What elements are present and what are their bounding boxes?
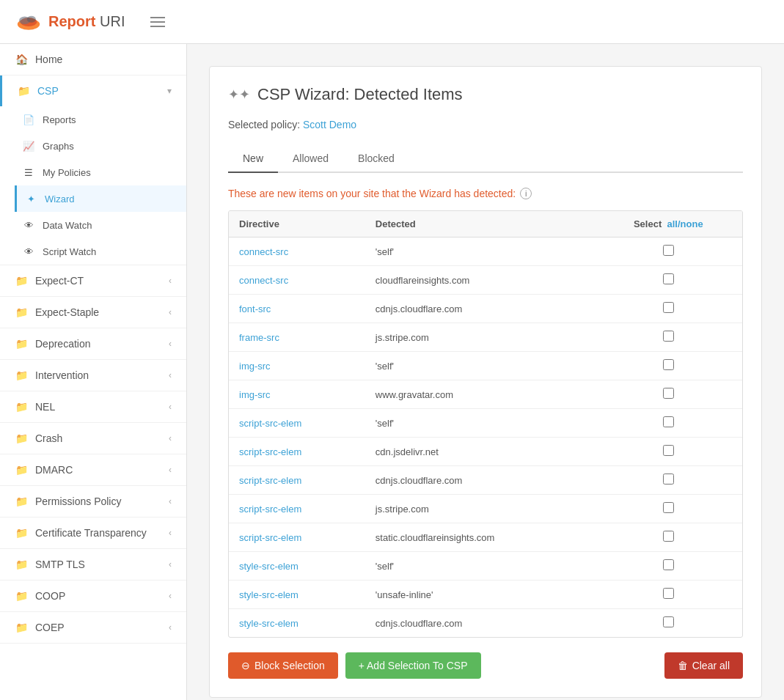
sidebar-item-permissions-policy[interactable]: 📁 Permissions Policy ‹ — [0, 486, 186, 517]
detected-cell: 'unsafe-inline' — [365, 581, 595, 609]
logo-text: Report URI — [48, 13, 125, 30]
sidebar-section-dmarc: 📁 DMARC ‹ — [0, 454, 186, 486]
directive-cell: script-src-elem — [229, 523, 365, 552]
sidebar-item-smtp-tls[interactable]: 📁 SMTP TLS ‹ — [0, 549, 186, 580]
select-cell — [595, 352, 742, 380]
select-all-link[interactable]: all — [667, 218, 678, 229]
sidebar-item-csp[interactable]: 📁 CSP ▾ — [0, 75, 186, 106]
row-checkbox-6[interactable] — [663, 416, 674, 427]
tabs-container: New Allowed Blocked — [228, 145, 743, 173]
folder-icon-intervention: 📁 — [15, 369, 28, 382]
sidebar-item-deprecation[interactable]: 📁 Deprecation ‹ — [0, 328, 186, 359]
sidebar-item-nel[interactable]: 📁 NEL ‹ — [0, 391, 186, 422]
directive-cell: style-src-elem — [229, 552, 365, 581]
policy-link[interactable]: Scott Demo — [303, 119, 356, 130]
chevron-right-icon-10: ‹ — [169, 559, 172, 570]
wizard-icon: ✦✦ — [228, 86, 250, 103]
row-checkbox-12[interactable] — [663, 588, 674, 599]
trash-icon: 🗑 — [678, 660, 688, 671]
sidebar-item-expect-staple[interactable]: 📁 Expect-Staple ‹ — [0, 297, 186, 328]
sidebar-item-home[interactable]: 🏠 Home — [0, 44, 186, 75]
row-checkbox-13[interactable] — [663, 616, 674, 627]
sidebar-item-reports[interactable]: 📄 Reports — [15, 106, 186, 133]
detected-cell: js.stripe.com — [365, 323, 595, 352]
select-cell — [595, 609, 742, 638]
tab-allowed[interactable]: Allowed — [278, 145, 343, 173]
row-checkbox-3[interactable] — [663, 331, 674, 342]
row-checkbox-11[interactable] — [663, 559, 674, 570]
tab-new[interactable]: New — [228, 145, 278, 173]
row-checkbox-7[interactable] — [663, 445, 674, 456]
sidebar-section-certificate-transparency: 📁 Certificate Transparency ‹ — [0, 517, 186, 549]
info-icon[interactable]: i — [520, 188, 532, 199]
sidebar-section-deprecation: 📁 Deprecation ‹ — [0, 328, 186, 360]
sidebar-item-script-watch[interactable]: 👁 Script Watch — [15, 238, 186, 265]
chevron-right-icon-11: ‹ — [169, 591, 172, 601]
sidebar-section-expect-ct: 📁 Expect-CT ‹ — [0, 265, 186, 297]
select-cell — [595, 295, 742, 323]
row-checkbox-2[interactable] — [663, 302, 674, 313]
table-row: script-src-elem cdnjs.cloudflare.com — [229, 466, 742, 495]
sidebar-item-graphs[interactable]: 📈 Graphs — [15, 133, 186, 159]
sidebar-item-my-policies[interactable]: ☰ My Policies — [15, 159, 186, 185]
chevron-right-icon-5: ‹ — [169, 402, 172, 412]
row-checkbox-4[interactable] — [663, 359, 674, 370]
eye-icon-scriptwatch: 👁 — [22, 245, 35, 258]
topbar: Report URI — [0, 0, 784, 44]
add-selection-button[interactable]: + Add Selection To CSP — [345, 652, 481, 679]
row-checkbox-8[interactable] — [663, 474, 674, 485]
select-cell — [595, 266, 742, 295]
sidebar-item-wizard[interactable]: ✦ Wizard — [15, 185, 186, 212]
chevron-right-icon-6: ‹ — [169, 433, 172, 443]
sidebar-item-dmarc[interactable]: 📁 DMARC ‹ — [0, 454, 186, 485]
tab-blocked[interactable]: Blocked — [343, 145, 409, 173]
sidebar-item-coop[interactable]: 📁 COOP ‹ — [0, 581, 186, 611]
sidebar-section-smtp-tls: 📁 SMTP TLS ‹ — [0, 549, 186, 581]
hamburger-menu[interactable] — [147, 13, 169, 31]
select-none-link[interactable]: none — [681, 218, 703, 229]
sidebar-item-expect-ct[interactable]: 📁 Expect-CT ‹ — [0, 265, 186, 296]
select-cell — [595, 438, 742, 466]
table-row: style-src-elem 'self' — [229, 552, 742, 581]
chevron-right-icon-8: ‹ — [169, 496, 172, 506]
folder-icon-nel: 📁 — [15, 400, 28, 413]
directive-cell: font-src — [229, 295, 365, 323]
sidebar-item-coep[interactable]: 📁 COEP ‹ — [0, 612, 186, 643]
list-icon: ☰ — [22, 166, 35, 179]
sidebar-item-data-watch[interactable]: 👁 Data Watch — [15, 212, 186, 238]
directive-cell: img-src — [229, 380, 365, 409]
table-row: font-src cdnjs.cloudflare.com — [229, 295, 742, 323]
detected-cell: www.gravatar.com — [365, 380, 595, 409]
row-checkbox-1[interactable] — [663, 273, 674, 284]
select-cell — [595, 380, 742, 409]
page-title-area: ✦✦ CSP Wizard: Detected Items — [228, 85, 743, 104]
sidebar-item-crash[interactable]: 📁 Crash ‹ — [0, 423, 186, 454]
directive-cell: frame-src — [229, 323, 365, 352]
detected-cell: cdnjs.cloudflare.com — [365, 466, 595, 495]
select-links: all/none — [664, 218, 703, 229]
detected-cell: js.stripe.com — [365, 495, 595, 523]
folder-icon-deprecation: 📁 — [15, 337, 28, 350]
table-row: script-src-elem static.cloudflareinsight… — [229, 523, 742, 552]
clear-all-button[interactable]: 🗑 Clear all — [664, 652, 743, 679]
chevron-down-icon: ▾ — [167, 86, 172, 96]
sidebar-item-certificate-transparency[interactable]: 📁 Certificate Transparency ‹ — [0, 517, 186, 548]
select-cell — [595, 552, 742, 581]
row-checkbox-10[interactable] — [663, 531, 674, 542]
row-checkbox-0[interactable] — [663, 245, 674, 256]
table-row: style-src-elem 'unsafe-inline' — [229, 581, 742, 609]
app-container: Report URI 🏠 Home 📁 CSP — [0, 0, 784, 700]
chevron-right-icon-9: ‹ — [169, 528, 172, 538]
svg-point-3 — [27, 15, 36, 22]
block-selection-button[interactable]: ⊖ Block Selection — [228, 652, 338, 679]
sidebar-item-intervention[interactable]: 📁 Intervention ‹ — [0, 360, 186, 391]
table-header: Directive Detected Select all/none — [229, 211, 742, 237]
row-checkbox-5[interactable] — [663, 388, 674, 399]
sidebar-section-coop: 📁 COOP ‹ — [0, 581, 186, 612]
detected-cell: 'self' — [365, 237, 595, 266]
directive-cell: style-src-elem — [229, 609, 365, 638]
table-row: script-src-elem 'self' — [229, 409, 742, 438]
row-checkbox-9[interactable] — [663, 502, 674, 513]
detected-cell: static.cloudflareinsights.com — [365, 523, 595, 552]
chevron-right-icon-12: ‹ — [169, 622, 172, 633]
